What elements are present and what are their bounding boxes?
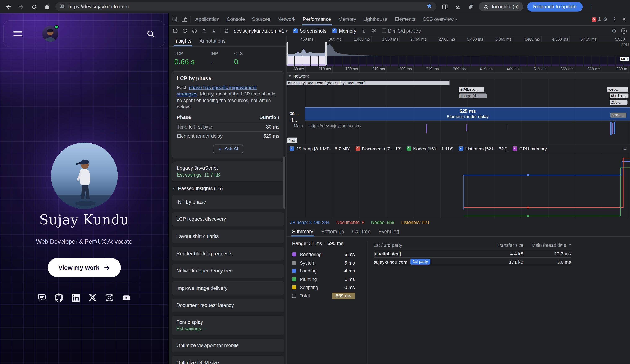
instagram-icon[interactable] [105, 293, 114, 302]
tab-memory[interactable]: Memory [335, 13, 360, 25]
devtools-settings-gear-icon[interactable]: ⚙ [601, 15, 610, 23]
network-request-chip[interactable]: image (d… [459, 93, 487, 98]
selection-handle-right[interactable] [326, 42, 327, 65]
save-profile-icon[interactable] [209, 26, 218, 35]
tab-lighthouse[interactable]: Lighthouse [360, 13, 391, 25]
bookmark-star-icon[interactable] [426, 3, 432, 10]
table-header[interactable]: 1st / 3rd party Transfer size Main threa… [374, 241, 571, 249]
browser-menu-icon[interactable]: ⋮ [587, 2, 596, 11]
js-heap-checkbox[interactable]: JS heap [8.1 MB – 8.7 MB] [290, 146, 350, 151]
live-metrics-home-icon[interactable] [222, 26, 231, 35]
insight-card[interactable]: Optimize viewport for mobile [172, 339, 284, 352]
insight-card-font-display[interactable]: Font display Est savings: – [172, 316, 284, 335]
cls-metric[interactable]: CLS 0 [234, 51, 243, 66]
home-button[interactable] [43, 2, 52, 11]
table-row[interactable]: sujaykundu.com1st party 171 kB 3.8 ms [374, 258, 571, 266]
network-request-chip[interactable]: 87b-… [610, 113, 626, 118]
memory-menu-icon[interactable]: ≡ [624, 146, 627, 152]
tab-performance[interactable]: Performance [299, 13, 335, 25]
tab-application[interactable]: Application [192, 13, 223, 25]
x-twitter-icon[interactable] [88, 293, 97, 302]
garbage-collect-icon[interactable] [360, 26, 369, 35]
tab-bottom-up[interactable]: Bottom-up [317, 227, 348, 236]
tab-summary[interactable]: Summary [288, 227, 317, 236]
network-request-bar[interactable]: dev.sujaykundu.com/ (dev.sujaykundu.com) [286, 81, 450, 85]
insight-card[interactable]: Render blocking requests [172, 247, 284, 260]
legend-row: Rendering6 ms [292, 250, 355, 259]
address-bar[interactable]: https://dev.sujaykundu.com [56, 2, 436, 11]
downloads-button[interactable] [453, 2, 462, 11]
listeners-checkbox[interactable]: Listeners [521 – 522] [459, 146, 508, 151]
summary-pane: Range: 31 ms – 690 ms Rendering6 ms Syst… [286, 237, 630, 364]
youtube-icon[interactable] [122, 293, 130, 302]
ask-ai-button[interactable]: Ask AI [212, 144, 244, 153]
tab-network[interactable]: Network [274, 13, 299, 25]
passed-insights-header[interactable]: ▼ Passed insights (16) [172, 186, 283, 191]
view-work-button[interactable]: View my work [48, 258, 121, 277]
forward-button[interactable] [17, 2, 26, 11]
lcp-by-phase-card[interactable]: LCP by phase Each phase has specific imp… [172, 71, 284, 158]
load-profile-icon[interactable] [199, 26, 208, 35]
insight-card[interactable]: Layout shift culprits [172, 230, 284, 243]
search-icon[interactable] [146, 29, 155, 38]
insight-card[interactable]: Document request latency [172, 299, 284, 312]
device-toolbar-icon[interactable] [180, 15, 189, 23]
insight-card[interactable]: Improve image delivery [172, 281, 284, 295]
tab-elements[interactable]: Elements [391, 13, 419, 25]
documents-checkbox[interactable]: Documents [7 – 13] [356, 146, 402, 151]
tab-call-tree[interactable]: Call tree [348, 227, 374, 236]
element-render-delay-overlay[interactable]: 629 ms Element render delay [305, 107, 630, 120]
side-panel-button[interactable] [440, 2, 449, 11]
table-row: Time to first byte30 ms [177, 122, 279, 131]
back-button[interactable] [4, 2, 13, 11]
inp-metric[interactable]: INP - [211, 51, 218, 66]
table-row[interactable]: [unattributed] 4.4 kB 12.3 ms [374, 249, 571, 258]
site-settings-icon[interactable] [60, 3, 65, 10]
legacy-javascript-card[interactable]: Legacy JavaScript Est savings: 11.7 kB [172, 162, 284, 181]
devtools-close-icon[interactable]: ✕ [619, 15, 628, 23]
linkedin-icon[interactable] [72, 293, 80, 302]
history-dropdown[interactable]: dev.sujaykundu.com #1▾ [231, 28, 290, 33]
tab-insights[interactable]: Insights [170, 36, 195, 46]
insight-card[interactable]: Network dependency tree [172, 264, 284, 278]
nodes-checkbox[interactable]: Nodes [650 – 1 116] [406, 146, 454, 151]
insight-card[interactable]: LCP request discovery [172, 212, 284, 226]
incognito-badge[interactable]: Incognito (5) [479, 2, 523, 11]
record-icon[interactable] [170, 26, 180, 35]
dim-third-parties-checkbox[interactable]: Dim 3rd parties [379, 28, 424, 33]
menu-icon[interactable] [13, 31, 22, 36]
github-icon[interactable] [54, 293, 63, 302]
tab-console[interactable]: Console [223, 13, 248, 25]
help-icon[interactable]: ? [619, 26, 628, 35]
error-counter[interactable]: ✕ 1 [592, 16, 601, 22]
tab-sources[interactable]: Sources [248, 13, 274, 25]
network-track-header[interactable]: ▾ Network [286, 73, 630, 79]
network-conditions-icon[interactable] [369, 26, 378, 35]
tab-css-overview[interactable]: CSS overview▾ [419, 13, 460, 25]
devtools-menu-icon[interactable]: ⋮ [610, 15, 619, 23]
capture-settings-gear-icon[interactable]: ⚙ [610, 26, 619, 35]
extension-leaf-icon[interactable] [466, 2, 475, 11]
tab-annotations[interactable]: Annotations [195, 36, 230, 46]
relaunch-update-button[interactable]: Relaunch to update [527, 2, 583, 11]
record-reload-icon[interactable] [180, 26, 189, 35]
clear-icon[interactable] [190, 26, 199, 35]
insight-card[interactable]: Optimize DOM size [172, 356, 284, 364]
network-request-chip[interactable]: 4bd1b… [610, 93, 628, 98]
memory-checkbox[interactable]: Memory [330, 28, 359, 33]
timeline-overview[interactable]: CPU NET [286, 42, 630, 66]
selection-handle-left[interactable] [286, 42, 288, 65]
tab-event-log[interactable]: Event log [374, 227, 403, 236]
network-request-chip[interactable]: web… [607, 87, 628, 92]
network-request-chip[interactable]: 904be5… [459, 87, 484, 92]
blog-comment-icon[interactable] [38, 293, 46, 302]
network-request-chip[interactable]: 255-… [610, 100, 628, 105]
gpu-memory-checkbox[interactable]: GPU memory [513, 146, 547, 151]
lcp-metric[interactable]: LCP 0.66 s [174, 51, 195, 66]
avatar[interactable] [42, 26, 58, 42]
insight-card[interactable]: INP by phase [172, 195, 284, 209]
inspect-element-icon[interactable] [170, 15, 180, 23]
triangle-down-icon: ▼ [172, 187, 176, 191]
screenshots-checkbox[interactable]: Screenshots [290, 28, 329, 33]
refresh-button[interactable] [30, 2, 38, 11]
